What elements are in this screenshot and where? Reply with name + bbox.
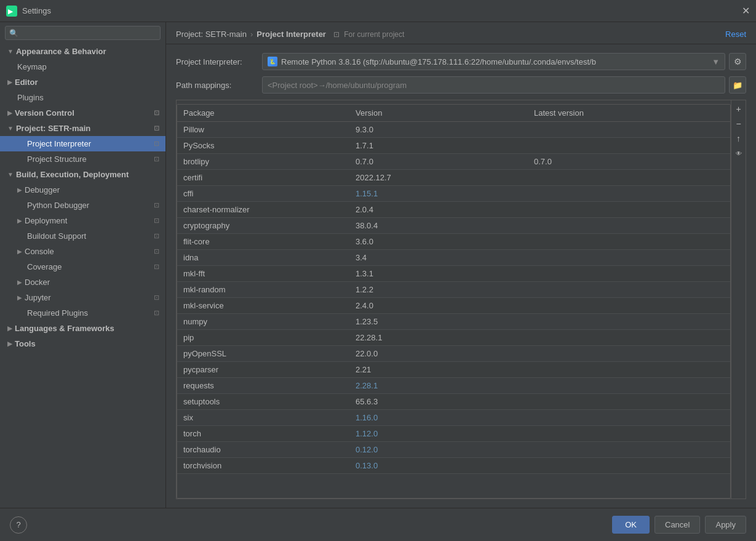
table-row[interactable]: brotlipy0.7.00.7.0 <box>177 154 730 170</box>
sidebar-item-deployment[interactable]: ▶ Deployment ⊡ <box>0 213 165 228</box>
table-row[interactable]: torchaudio0.12.0 <box>177 442 730 458</box>
sidebar-item-keymap[interactable]: Keymap <box>0 59 165 74</box>
sidebar-item-label: Jupyter <box>25 293 51 302</box>
table-row[interactable]: flit-core3.6.0 <box>177 234 730 250</box>
table-row[interactable]: mkl-fft1.3.1 <box>177 266 730 282</box>
sync-icon: ⊡ <box>154 247 159 255</box>
sidebar-item-docker[interactable]: ▶ Docker <box>0 275 165 290</box>
sidebar-item-build[interactable]: ▼ Build, Execution, Deployment <box>0 167 165 182</box>
sidebar-item-tools[interactable]: ▶ Tools <box>0 336 165 351</box>
search-box[interactable]: 🔍 <box>5 26 161 40</box>
apply-button[interactable]: Apply <box>705 516 746 534</box>
table-sidebar-buttons: + − ↑ 👁 <box>731 100 746 499</box>
table-row[interactable]: cffi1.15.1 <box>177 186 730 202</box>
table-row[interactable]: mkl-random1.2.2 <box>177 282 730 298</box>
packages-table: Package Version Latest version Pillow9.3… <box>177 104 731 499</box>
td-package: PySocks <box>177 138 349 153</box>
td-version: 2022.12.7 <box>349 170 528 185</box>
title-bar: ▶ Settings ✕ <box>0 0 756 22</box>
add-package-button[interactable]: + <box>733 103 745 115</box>
search-input[interactable] <box>21 28 156 38</box>
gear-button[interactable]: ⚙ <box>729 53 746 70</box>
chevron-down-icon: ▼ <box>712 57 720 66</box>
table-row[interactable]: torchvision0.13.0 <box>177 458 730 474</box>
sidebar-item-buildout[interactable]: Buildout Support ⊡ <box>0 228 165 244</box>
td-version: 38.0.4 <box>349 218 528 233</box>
sync-icon: ⊡ <box>154 109 159 117</box>
table-row[interactable]: cryptography38.0.4 <box>177 218 730 234</box>
table-row[interactable]: pip22.28.1 <box>177 330 730 346</box>
sidebar-item-coverage[interactable]: Coverage ⊡ <box>0 259 165 275</box>
table-row[interactable]: charset-normalizer2.0.4 <box>177 202 730 218</box>
sidebar-item-python-debugger[interactable]: Python Debugger ⊡ <box>0 198 165 213</box>
expand-arrow: ▶ <box>7 79 12 86</box>
sidebar-item-project[interactable]: ▼ Project: SETR-main ⊡ <box>0 121 165 136</box>
td-latest <box>528 335 730 341</box>
td-latest <box>528 463 730 469</box>
td-package: numpy <box>177 314 349 329</box>
project-label: ⊡ For current project <box>333 30 404 39</box>
sidebar-item-debugger[interactable]: ▶ Debugger <box>0 182 165 198</box>
sidebar-item-appearance[interactable]: ▼ Appearance & Behavior <box>0 44 165 59</box>
cancel-button[interactable]: Cancel <box>655 516 700 534</box>
table-row[interactable]: mkl-service2.4.0 <box>177 298 730 314</box>
sidebar-item-project-structure[interactable]: Project Structure ⊡ <box>0 151 165 167</box>
interpreter-dropdown[interactable]: 🐍 Remote Python 3.8.16 (sftp://ubuntu@17… <box>262 53 725 70</box>
expand-arrow: ▶ <box>17 248 22 255</box>
path-field[interactable]: <Project root>→/home/ubuntu/program <box>262 76 725 94</box>
footer-buttons: OK Cancel Apply <box>612 516 746 534</box>
sidebar-item-project-interpreter[interactable]: Project Interpreter ⊡ <box>0 136 165 151</box>
sidebar-item-version-control[interactable]: ▶ Version Control ⊡ <box>0 105 165 121</box>
close-button[interactable]: ✕ <box>742 6 750 16</box>
td-package: brotlipy <box>177 154 349 169</box>
td-version: 1.7.1 <box>349 138 528 153</box>
table-row[interactable]: setuptools65.6.3 <box>177 394 730 410</box>
sidebar-item-required-plugins[interactable]: Required Plugins ⊡ <box>0 305 165 321</box>
table-row[interactable]: certifi2022.12.7 <box>177 170 730 186</box>
td-latest <box>528 399 730 405</box>
sidebar-item-jupyter[interactable]: ▶ Jupyter ⊡ <box>0 290 165 305</box>
td-latest <box>528 255 730 261</box>
sidebar-item-console[interactable]: ▶ Console ⊡ <box>0 244 165 259</box>
sidebar: 🔍 ▼ Appearance & Behavior Keymap ▶ Edito… <box>0 22 166 508</box>
table-row[interactable]: requests2.28.1 <box>177 378 730 394</box>
td-package: cffi <box>177 186 349 201</box>
table-row[interactable]: Pillow9.3.0 <box>177 122 730 138</box>
td-latest <box>528 271 730 277</box>
content-body: Project Interpreter: 🐍 Remote Python 3.8… <box>166 44 756 508</box>
sidebar-item-languages[interactable]: ▶ Languages & Frameworks <box>0 321 165 336</box>
sidebar-item-label: Buildout Support <box>27 231 86 241</box>
td-version: 2.28.1 <box>349 378 528 393</box>
sidebar-item-editor[interactable]: ▶ Editor <box>0 74 165 90</box>
th-version: Version <box>349 105 528 121</box>
folder-button[interactable]: 📁 <box>729 76 746 94</box>
table-row[interactable]: pyOpenSSL22.0.0 <box>177 346 730 362</box>
td-latest <box>528 175 730 181</box>
table-row[interactable]: idna3.4 <box>177 250 730 266</box>
td-package: cryptography <box>177 218 349 233</box>
sidebar-item-label: Project: SETR-main <box>16 124 90 133</box>
upgrade-package-button[interactable]: ↑ <box>733 132 745 145</box>
table-body: Pillow9.3.0PySocks1.7.1brotlipy0.7.00.7.… <box>177 122 730 498</box>
td-package: torchvision <box>177 458 349 473</box>
table-row[interactable]: pycparser2.21 <box>177 362 730 378</box>
table-row[interactable]: six1.16.0 <box>177 410 730 426</box>
table-row[interactable]: PySocks1.7.1 <box>177 138 730 154</box>
remove-package-button[interactable]: − <box>733 118 745 130</box>
td-package: requests <box>177 378 349 393</box>
ok-button[interactable]: OK <box>612 516 650 534</box>
td-version: 0.7.0 <box>349 154 528 169</box>
sidebar-item-plugins[interactable]: Plugins <box>0 90 165 105</box>
reset-button[interactable]: Reset <box>725 30 746 39</box>
expand-arrow: ▶ <box>7 340 12 347</box>
show-all-button[interactable]: 👁 <box>733 147 745 159</box>
td-latest <box>528 223 730 229</box>
td-latest <box>528 207 730 213</box>
help-button[interactable]: ? <box>10 516 27 534</box>
table-row[interactable]: torch1.12.0 <box>177 426 730 442</box>
td-latest <box>528 431 730 437</box>
td-package: charset-normalizer <box>177 202 349 217</box>
td-latest <box>528 447 730 453</box>
td-latest <box>528 383 730 389</box>
table-row[interactable]: numpy1.23.5 <box>177 314 730 330</box>
